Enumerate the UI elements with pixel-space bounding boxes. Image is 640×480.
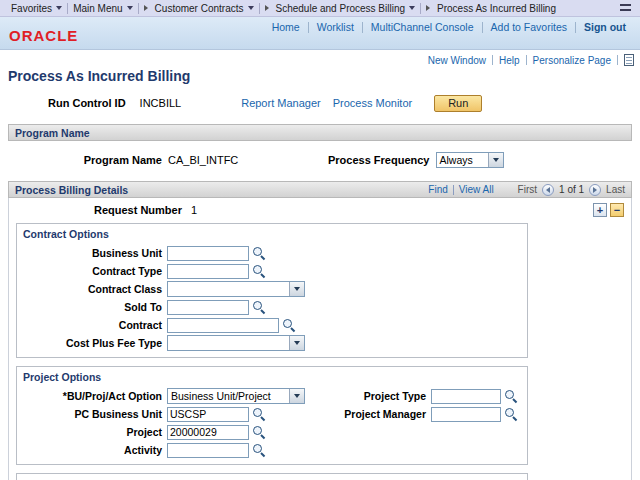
breadcrumb-item-favorites[interactable]: Favorites [6,3,67,14]
header-link-home[interactable]: Home [264,21,308,33]
sign-out-link[interactable]: Sign out [576,21,634,33]
header-link-add-to-favorites[interactable]: Add to Favorites [483,21,575,33]
breadcrumb-item-schedule-and-process-billing[interactable]: Schedule and Process Billing [271,3,421,14]
dropdown-arrow-icon [289,336,304,350]
run-control-id-value: INCBILL [140,97,182,109]
cost-plus-fee-type-label: Cost Plus Fee Type [21,337,167,349]
cost-plus-fee-type-value [168,336,289,350]
process-frequency-select[interactable]: Always [436,152,504,168]
row-action-buttons: + − [593,203,624,217]
pc-business-unit-input[interactable] [167,407,249,422]
personalize-page-link[interactable]: Personalize Page [527,55,617,66]
activity-lookup-icon[interactable] [253,444,266,457]
last-label[interactable]: Last [606,184,625,195]
field-row: Activity [21,442,523,458]
project-manager-lookup-icon[interactable] [505,408,518,421]
program-name-label: Program Name [0,154,162,166]
contract-type-input[interactable] [167,264,249,279]
process-frequency-value: Always [437,153,488,167]
breadcrumb-item-process-as-incurred-billing[interactable]: Process As Incurred Billing [432,3,561,14]
chevron-down-icon [127,6,133,10]
cost-plus-fee-type-select[interactable] [167,335,305,351]
copy-url-icon[interactable] [624,54,634,66]
contract-options-groupbox: Contract Options Business Unit Contract … [16,223,528,358]
breadcrumb-separator-icon [426,5,430,11]
chevron-down-icon [56,6,62,10]
process-frequency-label: Process Frequency [328,154,430,166]
project-input[interactable] [167,425,249,440]
project-lookup-icon[interactable] [253,426,266,439]
pagebar-divider [617,55,618,65]
oracle-logo: ORACLE [9,27,78,44]
contract-input[interactable] [167,318,279,333]
add-row-button[interactable]: + [593,203,607,217]
breadcrumb-item-customer-contracts[interactable]: Customer Contracts [150,3,259,14]
page-utility-bar: New Window Help Personalize Page [0,50,640,67]
contract-class-select[interactable] [167,281,305,297]
activity-label: Activity [21,444,167,456]
project-label: Project [21,426,167,438]
contract-label: Contract [21,319,167,331]
request-number-label: Request Number [14,204,182,216]
breadcrumb-separator-icon [144,5,148,11]
bu-proj-act-option-label: *BU/Proj/Act Option [21,390,167,402]
groupbox-title: Billing Options [21,476,523,480]
request-number-row: Request Number 1 + − [14,201,626,218]
contract-class-value [168,282,289,296]
project-type-label: Project Type [321,390,431,402]
view-all-link[interactable]: View All [459,184,494,195]
request-number-value: 1 [191,204,197,216]
project-type-lookup-icon[interactable] [505,390,518,403]
find-link[interactable]: Find [428,184,447,195]
field-row: Contract Class [21,281,523,297]
bu-proj-act-option-select[interactable]: Business Unit/Project [167,388,305,404]
project-manager-input[interactable] [431,407,501,422]
pc-business-unit-lookup-icon[interactable] [253,408,266,421]
dropdown-arrow-icon [289,389,304,403]
chevron-down-icon [409,6,415,10]
activity-input[interactable] [167,443,249,458]
process-monitor-link[interactable]: Process Monitor [333,97,412,109]
program-name-row: Program Name CA_BI_INTFC Process Frequen… [0,151,640,169]
program-name-value: CA_BI_INTFC [168,154,280,166]
field-row: Contract Type [21,263,523,279]
business-unit-label: Business Unit [21,247,167,259]
sold-to-label: Sold To [21,301,167,313]
sold-to-lookup-icon[interactable] [253,301,266,314]
bu-proj-act-option-value: Business Unit/Project [168,389,289,403]
report-manager-link[interactable]: Report Manager [241,97,321,109]
contract-class-label: Contract Class [21,283,167,295]
sold-to-input[interactable] [167,300,249,315]
page-title: Process As Incurred Billing [8,68,640,84]
dropdown-arrow-icon [488,153,503,167]
project-type-input[interactable] [431,389,501,404]
chevron-down-icon [248,6,254,10]
section-title: Program Name [15,127,90,139]
delete-row-button[interactable]: − [610,203,624,217]
run-control-id-label: Run Control ID [48,97,126,109]
arrow-right-icon [593,187,597,193]
business-unit-input[interactable] [167,246,249,261]
menu-icon[interactable] [620,4,631,12]
breadcrumb-label: Schedule and Process Billing [276,3,406,14]
contract-type-lookup-icon[interactable] [253,265,266,278]
breadcrumb-item-main-menu[interactable]: Main Menu [68,3,137,14]
header-link-multichannel-console[interactable]: MultiChannel Console [363,21,482,33]
arrow-left-icon [546,187,550,193]
breadcrumb-label: Favorites [11,3,52,14]
process-billing-details-section-bar: Process Billing Details Find View All Fi… [8,181,632,198]
new-window-link[interactable]: New Window [422,55,492,66]
contract-lookup-icon[interactable] [283,319,296,332]
first-label[interactable]: First [518,184,537,195]
breadcrumb-separator-icon [265,5,269,11]
field-row: Sold To [21,299,523,315]
field-row: PC Business Unit Project Manager [21,406,523,422]
program-name-section-bar: Program Name [8,124,632,141]
previous-row-button[interactable] [542,184,554,196]
header-link-worklist[interactable]: Worklist [309,21,362,33]
help-link[interactable]: Help [493,55,526,66]
business-unit-lookup-icon[interactable] [253,247,266,260]
breadcrumb-divider [138,3,139,14]
run-button[interactable]: Run [434,95,482,112]
next-row-button[interactable] [589,184,601,196]
